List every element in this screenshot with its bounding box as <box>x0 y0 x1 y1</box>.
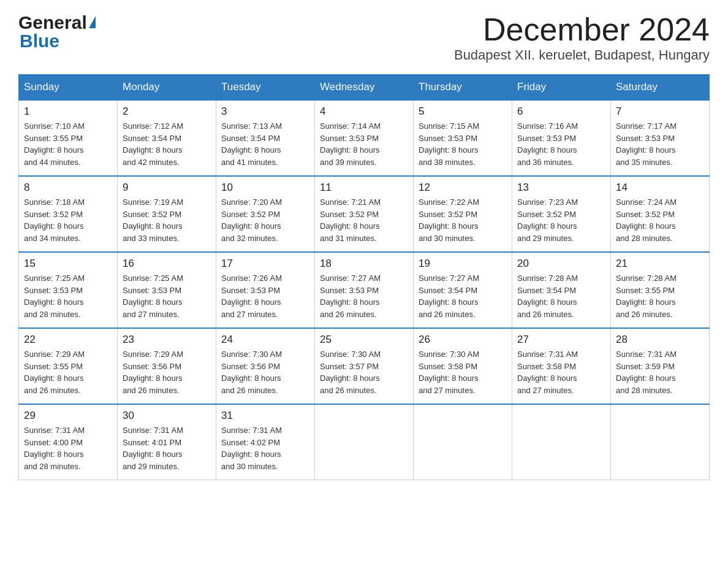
calendar-day-9: 9 Sunrise: 7:19 AMSunset: 3:52 PMDayligh… <box>118 176 216 252</box>
day-info: Sunrise: 7:25 AMSunset: 3:53 PMDaylight:… <box>24 274 85 319</box>
day-info: Sunrise: 7:30 AMSunset: 3:56 PMDaylight:… <box>221 350 282 395</box>
calendar-week-2: 8 Sunrise: 7:18 AMSunset: 3:52 PMDayligh… <box>19 176 710 252</box>
day-number: 3 <box>221 105 309 118</box>
calendar-day-28: 28 Sunrise: 7:31 AMSunset: 3:59 PMDaylig… <box>611 328 710 404</box>
calendar-day-14: 14 Sunrise: 7:24 AMSunset: 3:52 PMDaylig… <box>611 176 710 252</box>
calendar-day-20: 20 Sunrise: 7:28 AMSunset: 3:54 PMDaylig… <box>512 252 611 328</box>
calendar-day-8: 8 Sunrise: 7:18 AMSunset: 3:52 PMDayligh… <box>19 176 118 252</box>
calendar-week-3: 15 Sunrise: 7:25 AMSunset: 3:53 PMDaylig… <box>19 252 710 328</box>
day-number: 12 <box>419 182 507 194</box>
calendar-day-25: 25 Sunrise: 7:30 AMSunset: 3:57 PMDaylig… <box>315 328 414 404</box>
day-info: Sunrise: 7:23 AMSunset: 3:52 PMDaylight:… <box>517 197 578 243</box>
day-number: 8 <box>24 182 112 194</box>
calendar-day-22: 22 Sunrise: 7:29 AMSunset: 3:55 PMDaylig… <box>19 328 118 404</box>
day-info: Sunrise: 7:26 AMSunset: 3:53 PMDaylight:… <box>221 274 282 319</box>
day-info: Sunrise: 7:20 AMSunset: 3:52 PMDaylight:… <box>221 197 282 243</box>
day-number: 15 <box>24 258 112 270</box>
calendar-day-1: 1 Sunrise: 7:10 AMSunset: 3:55 PMDayligh… <box>19 100 118 176</box>
day-number: 25 <box>320 334 408 346</box>
day-info: Sunrise: 7:14 AMSunset: 3:53 PMDaylight:… <box>320 121 381 167</box>
day-info: Sunrise: 7:31 AMSunset: 4:02 PMDaylight:… <box>221 426 282 471</box>
day-info: Sunrise: 7:30 AMSunset: 3:57 PMDaylight:… <box>320 350 381 395</box>
calendar-day-6: 6 Sunrise: 7:16 AMSunset: 3:53 PMDayligh… <box>512 100 611 176</box>
day-info: Sunrise: 7:25 AMSunset: 3:53 PMDaylight:… <box>123 274 183 319</box>
col-header-tuesday: Tuesday <box>216 75 315 101</box>
calendar-week-5: 29 Sunrise: 7:31 AMSunset: 4:00 PMDaylig… <box>19 404 710 480</box>
day-number: 7 <box>616 105 704 118</box>
day-info: Sunrise: 7:17 AMSunset: 3:53 PMDaylight:… <box>616 121 677 167</box>
calendar-day-31: 31 Sunrise: 7:31 AMSunset: 4:02 PMDaylig… <box>216 404 315 480</box>
calendar-day-11: 11 Sunrise: 7:21 AMSunset: 3:52 PMDaylig… <box>315 176 414 252</box>
day-number: 21 <box>616 258 704 270</box>
month-title: December 2024 <box>454 12 710 47</box>
calendar-table: SundayMondayTuesdayWednesdayThursdayFrid… <box>18 74 710 480</box>
day-info: Sunrise: 7:28 AMSunset: 3:54 PMDaylight:… <box>517 274 578 319</box>
calendar-header-row: SundayMondayTuesdayWednesdayThursdayFrid… <box>19 75 710 101</box>
calendar-day-12: 12 Sunrise: 7:22 AMSunset: 3:52 PMDaylig… <box>414 176 512 252</box>
col-header-sunday: Sunday <box>19 75 118 101</box>
calendar-day-3: 3 Sunrise: 7:13 AMSunset: 3:54 PMDayligh… <box>216 100 315 176</box>
calendar-week-4: 22 Sunrise: 7:29 AMSunset: 3:55 PMDaylig… <box>19 328 710 404</box>
day-number: 19 <box>419 258 507 270</box>
calendar-day-empty <box>611 404 710 480</box>
calendar-day-24: 24 Sunrise: 7:30 AMSunset: 3:56 PMDaylig… <box>216 328 315 404</box>
col-header-saturday: Saturday <box>611 75 710 101</box>
calendar-day-10: 10 Sunrise: 7:20 AMSunset: 3:52 PMDaylig… <box>216 176 315 252</box>
day-number: 5 <box>419 105 507 118</box>
calendar-day-27: 27 Sunrise: 7:31 AMSunset: 3:58 PMDaylig… <box>512 328 611 404</box>
calendar-day-15: 15 Sunrise: 7:25 AMSunset: 3:53 PMDaylig… <box>19 252 118 328</box>
col-header-friday: Friday <box>512 75 611 101</box>
day-number: 6 <box>517 105 605 118</box>
day-info: Sunrise: 7:31 AMSunset: 3:58 PMDaylight:… <box>517 350 578 395</box>
day-number: 2 <box>123 105 211 118</box>
day-info: Sunrise: 7:29 AMSunset: 3:55 PMDaylight:… <box>24 350 85 395</box>
col-header-wednesday: Wednesday <box>315 75 414 101</box>
day-number: 28 <box>616 334 704 346</box>
day-number: 16 <box>123 258 211 270</box>
title-area: December 2024 Budapest XII. keruelet, Bu… <box>454 12 710 63</box>
calendar-day-18: 18 Sunrise: 7:27 AMSunset: 3:53 PMDaylig… <box>315 252 414 328</box>
page-header: General Blue December 2024 Budapest XII.… <box>18 12 710 63</box>
logo: General Blue <box>18 12 96 52</box>
day-info: Sunrise: 7:31 AMSunset: 4:00 PMDaylight:… <box>24 426 85 471</box>
day-number: 30 <box>123 410 211 422</box>
day-number: 11 <box>320 182 408 194</box>
day-number: 23 <box>123 334 211 346</box>
calendar-day-7: 7 Sunrise: 7:17 AMSunset: 3:53 PMDayligh… <box>611 100 710 176</box>
day-info: Sunrise: 7:30 AMSunset: 3:58 PMDaylight:… <box>419 350 479 395</box>
calendar-day-empty <box>512 404 611 480</box>
calendar-day-17: 17 Sunrise: 7:26 AMSunset: 3:53 PMDaylig… <box>216 252 315 328</box>
calendar-day-21: 21 Sunrise: 7:28 AMSunset: 3:55 PMDaylig… <box>611 252 710 328</box>
calendar-day-26: 26 Sunrise: 7:30 AMSunset: 3:58 PMDaylig… <box>414 328 512 404</box>
logo-general: General <box>18 12 87 33</box>
day-info: Sunrise: 7:27 AMSunset: 3:54 PMDaylight:… <box>419 274 479 319</box>
day-info: Sunrise: 7:21 AMSunset: 3:52 PMDaylight:… <box>320 197 381 243</box>
calendar-day-29: 29 Sunrise: 7:31 AMSunset: 4:00 PMDaylig… <box>19 404 118 480</box>
calendar-day-4: 4 Sunrise: 7:14 AMSunset: 3:53 PMDayligh… <box>315 100 414 176</box>
logo-triangle-icon <box>89 16 96 28</box>
day-number: 24 <box>221 334 309 346</box>
day-info: Sunrise: 7:31 AMSunset: 3:59 PMDaylight:… <box>616 350 677 395</box>
day-number: 20 <box>517 258 605 270</box>
day-info: Sunrise: 7:31 AMSunset: 4:01 PMDaylight:… <box>123 426 183 471</box>
day-number: 10 <box>221 182 309 194</box>
day-number: 1 <box>24 105 112 118</box>
calendar-week-1: 1 Sunrise: 7:10 AMSunset: 3:55 PMDayligh… <box>19 100 710 176</box>
logo-blue: Blue <box>18 31 59 52</box>
day-number: 18 <box>320 258 408 270</box>
day-number: 27 <box>517 334 605 346</box>
calendar-day-empty <box>414 404 512 480</box>
day-info: Sunrise: 7:27 AMSunset: 3:53 PMDaylight:… <box>320 274 381 319</box>
location-title: Budapest XII. keruelet, Budapest, Hungar… <box>454 47 710 63</box>
calendar-day-23: 23 Sunrise: 7:29 AMSunset: 3:56 PMDaylig… <box>118 328 216 404</box>
day-info: Sunrise: 7:19 AMSunset: 3:52 PMDaylight:… <box>123 197 183 243</box>
day-number: 26 <box>419 334 507 346</box>
calendar-day-30: 30 Sunrise: 7:31 AMSunset: 4:01 PMDaylig… <box>118 404 216 480</box>
calendar-day-empty <box>315 404 414 480</box>
calendar-day-19: 19 Sunrise: 7:27 AMSunset: 3:54 PMDaylig… <box>414 252 512 328</box>
col-header-thursday: Thursday <box>414 75 512 101</box>
calendar-day-16: 16 Sunrise: 7:25 AMSunset: 3:53 PMDaylig… <box>118 252 216 328</box>
day-info: Sunrise: 7:13 AMSunset: 3:54 PMDaylight:… <box>221 121 282 167</box>
day-info: Sunrise: 7:22 AMSunset: 3:52 PMDaylight:… <box>419 197 479 243</box>
day-info: Sunrise: 7:18 AMSunset: 3:52 PMDaylight:… <box>24 197 85 243</box>
